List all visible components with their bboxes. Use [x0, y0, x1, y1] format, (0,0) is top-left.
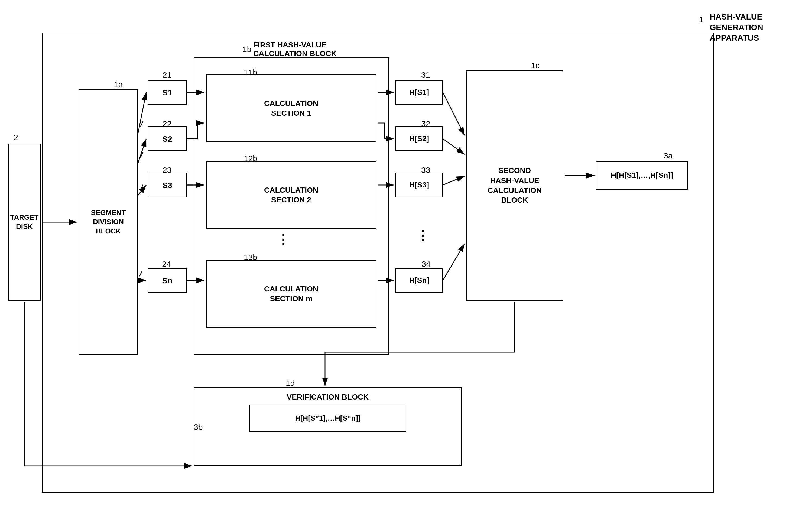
verification-block-box: VERIFICATION BLOCK H[H[S”1],…H[S”n]]: [194, 387, 462, 466]
main-title: HASH-VALUE GENERATION APPARATUS: [710, 12, 786, 43]
sn-ref: 24: [162, 260, 171, 269]
s1-ref: 21: [162, 71, 171, 80]
dots-between-calc: ⋮: [276, 232, 290, 247]
s3-box: S3: [148, 173, 187, 197]
calc1-ref: 11b: [244, 68, 257, 77]
hs2-box: H[S2]: [396, 127, 443, 151]
second-hash-ref: 1c: [531, 61, 540, 70]
calc-section-2-box: CALCULATION SECTION 2: [206, 161, 377, 229]
first-hash-ref: 1b: [243, 45, 251, 54]
output-ref: 3a: [663, 151, 673, 160]
s3-ref: 23: [162, 166, 171, 175]
main-ref-number: 1: [699, 15, 704, 24]
calc2-ref: 12b: [244, 154, 257, 163]
calc-section-1-box: CALCULATION SECTION 1: [206, 75, 377, 142]
segment-division-box: SEGMENT DIVISION BLOCK: [79, 89, 138, 355]
hs1-ref: 31: [421, 71, 430, 80]
hs2-ref: 32: [421, 119, 430, 128]
first-hash-title: FIRST HASH-VALUE CALCULATION BLOCK: [253, 41, 336, 58]
second-hash-box: SECOND HASH-VALUE CALCULATION BLOCK: [466, 71, 563, 301]
sn-box: Sn: [148, 268, 187, 292]
verification-title: VERIFICATION BLOCK: [287, 392, 369, 402]
s2-ref: 22: [162, 119, 171, 128]
verification-input-ref: 3b: [194, 422, 203, 432]
target-disk-box: TARGET DISK: [8, 144, 41, 301]
hs3-ref: 33: [421, 166, 430, 175]
hs1-box: H[S1]: [396, 80, 443, 104]
s2-box: S2: [148, 127, 187, 151]
verification-content-box: H[H[S”1],…H[S”n]]: [249, 405, 406, 432]
target-disk-ref: 2: [14, 133, 18, 142]
output-box: H[H[S1],…,H[Sn]]: [596, 161, 688, 190]
segment-ref: 1a: [114, 80, 123, 89]
hsn-box: H[Sn]: [396, 268, 443, 292]
hs3-box: H[S3]: [396, 173, 443, 197]
dots-h-boxes: ⋮: [416, 228, 429, 243]
verification-ref: 1d: [286, 379, 295, 388]
calc-section-m-box: CALCULATION SECTION m: [206, 260, 377, 328]
calcm-ref: 13b: [244, 253, 257, 262]
diagram-container: 1 HASH-VALUE GENERATION APPARATUS TARGET…: [0, 0, 789, 532]
hsn-ref: 34: [421, 260, 430, 269]
s1-box: S1: [148, 80, 187, 104]
